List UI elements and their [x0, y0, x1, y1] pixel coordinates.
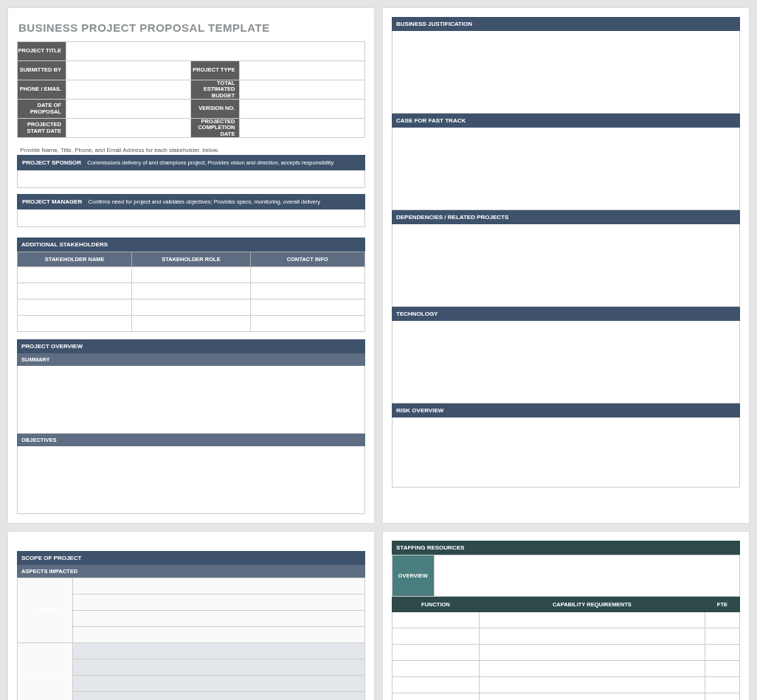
out-of-scope-label: OUT OF SCOPE [18, 643, 73, 701]
table-cell[interactable] [18, 316, 132, 332]
col-stakeholder-role: STAKEHOLDER ROLE [132, 252, 250, 267]
summary-subhead: SUMMARY [17, 353, 365, 366]
page-1: BUSINESS PROJECT PROPOSAL TEMPLATE PROJE… [7, 7, 375, 524]
risk-overview-header: RISK OVERVIEW [392, 403, 740, 417]
table-cell[interactable] [479, 645, 705, 661]
table-cell[interactable] [73, 578, 365, 595]
objectives-body[interactable] [17, 446, 365, 514]
table-cell[interactable] [250, 299, 364, 316]
project-manager-label: PROJECT MANAGER [22, 198, 82, 205]
value-project-title[interactable] [66, 42, 364, 61]
scope-table: IN SCOPE OUT OF SCOPE [17, 578, 365, 700]
staffing-table: FUNCTION CAPABILITY REQUIREMENTS FTE [392, 597, 740, 700]
table-cell[interactable] [132, 316, 250, 332]
project-manager-input[interactable] [17, 209, 365, 227]
table-cell[interactable] [705, 645, 739, 661]
table-cell[interactable] [479, 677, 705, 693]
staffing-overview-table: OVERVIEW [392, 555, 740, 597]
table-cell[interactable] [73, 627, 365, 643]
value-project-type[interactable] [240, 61, 365, 80]
page-2: BUSINESS JUSTIFICATION CASE FOR FAST TRA… [382, 7, 750, 524]
value-phone-email[interactable] [66, 80, 191, 100]
staffing-resources-header: STAFFING RESOURCES [392, 541, 740, 555]
label-version-no: VERSION NO. [191, 100, 240, 119]
staffing-overview-body[interactable] [434, 555, 739, 597]
table-cell[interactable] [73, 676, 365, 692]
label-project-title: PROJECT TITLE [18, 42, 66, 61]
fast-track-body[interactable] [392, 128, 740, 210]
dependencies-header: DEPENDENCIES / RELATED PROJECTS [392, 210, 740, 224]
label-projected-start: PROJECTED START DATE [18, 119, 66, 138]
table-cell[interactable] [73, 659, 365, 676]
value-submitted-by[interactable] [66, 61, 191, 80]
business-justification-header: BUSINESS JUSTIFICATION [392, 17, 740, 31]
table-cell[interactable] [479, 612, 705, 628]
table-cell[interactable] [132, 267, 250, 283]
value-version-no[interactable] [240, 100, 365, 119]
table-cell[interactable] [132, 299, 250, 316]
page-4: STAFFING RESOURCES OVERVIEW FUNCTION CAP… [382, 531, 750, 700]
table-cell[interactable] [393, 693, 480, 701]
stakeholder-note: Provide Name, Title, Phone, and Email Ad… [20, 147, 365, 153]
table-cell[interactable] [479, 693, 705, 701]
table-cell[interactable] [132, 283, 250, 299]
business-justification-body[interactable] [392, 31, 740, 114]
table-cell[interactable] [393, 612, 480, 628]
stakeholders-header: ADDITIONAL STAKEHOLDERS [17, 238, 365, 252]
in-scope-label: IN SCOPE [18, 578, 73, 643]
value-date-proposal[interactable] [66, 100, 191, 119]
table-cell[interactable] [393, 628, 480, 645]
table-cell[interactable] [250, 283, 364, 299]
table-cell[interactable] [479, 628, 705, 645]
table-cell[interactable] [73, 692, 365, 701]
project-manager-bar: PROJECT MANAGER Confirms need for projec… [17, 194, 365, 209]
project-info-table: PROJECT TITLE SUBMITTED BY PROJECT TYPE … [17, 41, 365, 138]
table-cell[interactable] [73, 595, 365, 611]
table-cell[interactable] [250, 316, 364, 332]
project-overview-header: PROJECT OVERVIEW [17, 339, 365, 353]
table-cell[interactable] [18, 283, 132, 299]
table-cell[interactable] [73, 611, 365, 627]
project-sponsor-bar: PROJECT SPONSOR Commissions delivery of … [17, 155, 365, 170]
scope-header: SCOPE OF PROJECT [17, 551, 365, 565]
table-cell[interactable] [479, 661, 705, 677]
table-cell[interactable] [705, 661, 739, 677]
col-contact-info: CONTACT INFO [250, 252, 364, 267]
table-cell[interactable] [18, 299, 132, 316]
col-capability: CAPABILITY REQUIREMENTS [479, 597, 705, 612]
table-cell[interactable] [250, 267, 364, 283]
table-cell[interactable] [393, 661, 480, 677]
table-cell[interactable] [393, 677, 480, 693]
aspects-impacted-subhead: ASPECTS IMPACTED [17, 565, 365, 578]
value-projected-completion[interactable] [240, 119, 365, 138]
project-sponsor-input[interactable] [17, 170, 365, 188]
col-stakeholder-name: STAKEHOLDER NAME [18, 252, 132, 267]
page-3: SCOPE OF PROJECT ASPECTS IMPACTED IN SCO… [7, 531, 375, 700]
table-cell[interactable] [393, 645, 480, 661]
table-cell[interactable] [705, 628, 739, 645]
table-cell[interactable] [73, 643, 365, 659]
label-date-proposal: DATE OF PROPOSAL [18, 100, 66, 119]
table-cell[interactable] [18, 267, 132, 283]
label-phone-email: PHONE / EMAIL [18, 80, 66, 100]
technology-body[interactable] [392, 321, 740, 403]
value-total-budget[interactable] [240, 80, 365, 100]
table-cell[interactable] [705, 612, 739, 628]
project-manager-desc: Confirms need for project and validates … [89, 198, 320, 205]
label-projected-completion: PROJECTED COMPLETION DATE [191, 119, 240, 138]
risk-overview-body[interactable] [392, 417, 740, 488]
staffing-overview-label: OVERVIEW [393, 555, 435, 597]
project-sponsor-desc: Commissions delivery of and champions pr… [87, 159, 333, 166]
stakeholders-table: STAKEHOLDER NAME STAKEHOLDER ROLE CONTAC… [17, 252, 365, 332]
label-submitted-by: SUBMITTED BY [18, 61, 66, 80]
fast-track-header: CASE FOR FAST TRACK [392, 114, 740, 128]
dependencies-body[interactable] [392, 224, 740, 307]
summary-body[interactable] [17, 366, 365, 434]
table-cell[interactable] [705, 677, 739, 693]
document-title: BUSINESS PROJECT PROPOSAL TEMPLATE [18, 21, 365, 34]
col-fte: FTE [705, 597, 739, 612]
technology-header: TECHNOLOGY [392, 307, 740, 321]
table-cell[interactable] [705, 693, 739, 701]
value-projected-start[interactable] [66, 119, 191, 138]
label-project-type: PROJECT TYPE [191, 61, 240, 80]
